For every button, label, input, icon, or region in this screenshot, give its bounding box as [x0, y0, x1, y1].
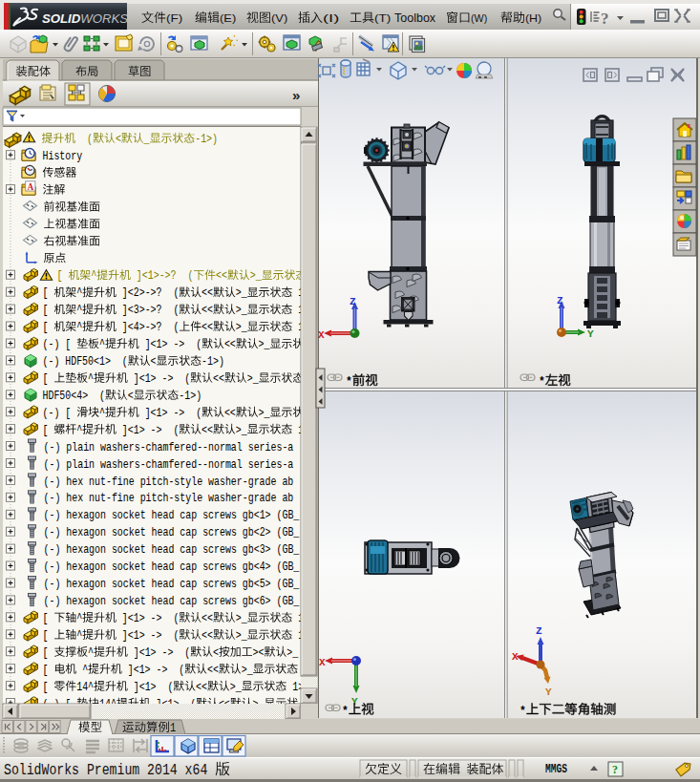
svg-text:(-) plain washers-chamfered--n: (-) plain washers-chamfered--normal seri…: [44, 441, 294, 454]
svg-text:X: X: [319, 657, 326, 668]
svg-text:(V): (V): [271, 12, 287, 24]
svg-text:(-) HDF50<1> (: (-) HDF50<1> (: [43, 355, 128, 369]
svg-text:>_: >_: [250, 269, 263, 283]
svg-text:Toolbox: Toolbox: [394, 11, 436, 25]
svg-text:]<1> -> (: ]<1> -> (: [128, 646, 191, 660]
svg-text:(-) hexagon socket head cap sc: (-) hexagon socket head cap screws gb<2>…: [44, 526, 301, 539]
svg-text:[: [: [43, 304, 54, 317]
svg-text:^: ^: [99, 407, 105, 420]
svg-text:^: ^: [99, 338, 105, 351]
svg-text:^: ^: [76, 664, 88, 677]
svg-text:History: History: [43, 150, 83, 163]
svg-text:>_: >_: [259, 338, 271, 351]
svg-text:^: ^: [76, 629, 82, 643]
svg-text:(-) [: (-) [: [43, 407, 77, 420]
svg-text:(E): (E): [220, 12, 236, 24]
svg-text:(-) hex nut-fine pitch-style w: (-) hex nut-fine pitch-style washer-grad…: [44, 476, 294, 489]
svg-text:]<1> -> (: ]<1> -> (: [117, 629, 179, 643]
svg-text:(-) hexagon socket head cap sc: (-) hexagon socket head cap screws gb<6>…: [44, 595, 301, 608]
svg-text:>_: >_: [247, 372, 260, 386]
svg-text:?: ?: [612, 763, 618, 776]
svg-text:[: [: [43, 664, 54, 677]
svg-text:<: <: [213, 646, 219, 660]
svg-text:>_: >_: [259, 407, 271, 420]
svg-text:Z: Z: [557, 295, 563, 306]
svg-text:(-) [: (-) [: [43, 338, 77, 351]
svg-text:HDF50<4> (: HDF50<4> (: [43, 390, 106, 403]
svg-text:[: [: [43, 681, 54, 694]
svg-text:>_: >_: [236, 629, 248, 643]
svg-text:[: [: [43, 646, 54, 660]
svg-text:SolidWorks Premium 2014 x64: SolidWorks Premium 2014 x64: [4, 762, 215, 779]
svg-text:>_: >_: [242, 664, 254, 677]
svg-text:^: ^: [76, 424, 82, 437]
svg-text:^: ^: [88, 646, 94, 660]
svg-text:<<: <<: [216, 269, 227, 283]
svg-text:<: <: [151, 355, 157, 369]
svg-text:?: ?: [601, 10, 609, 28]
svg-text:*: *: [342, 704, 349, 718]
svg-text:<: <: [116, 133, 121, 146]
svg-text:>_: >_: [236, 321, 248, 334]
svg-text:Z: Z: [536, 625, 542, 637]
svg-text:(T): (T): [374, 12, 391, 24]
svg-text:>_: >_: [236, 286, 248, 300]
svg-text:<: <: [128, 390, 134, 403]
svg-text:(-) hexagon socket head cap sc: (-) hexagon socket head cap screws gb<4>…: [44, 560, 301, 574]
svg-text:*: *: [539, 374, 545, 389]
svg-text:]<1> (: ]<1> (: [128, 681, 174, 694]
svg-text:SOLIDWORKS: SOLIDWORKS: [42, 11, 128, 26]
svg-text:(: (: [75, 133, 93, 146]
svg-text:<<: <<: [202, 321, 213, 334]
svg-text:<<: <<: [202, 304, 213, 317]
svg-text:Z: Z: [350, 296, 356, 307]
svg-text:(I): (I): [323, 12, 339, 24]
svg-text:(H): (H): [525, 12, 541, 24]
svg-text:^: ^: [76, 321, 82, 334]
svg-text:[: [: [43, 612, 54, 625]
svg-text:<<: <<: [202, 612, 213, 625]
svg-text:>_: >_: [236, 304, 248, 317]
svg-text:*: *: [346, 374, 352, 389]
svg-text:X: X: [512, 651, 519, 663]
svg-text:<<: <<: [202, 286, 213, 300]
svg-text:]<1> -> (: ]<1> -> (: [117, 424, 179, 437]
svg-text:X: X: [318, 329, 325, 341]
svg-text:^: ^: [91, 269, 96, 283]
svg-text:^: ^: [76, 304, 82, 317]
svg-text:14^: 14^: [76, 681, 94, 694]
svg-text:]<2>->? (: ]<2>->? (: [117, 286, 179, 300]
svg-text:<<: <<: [202, 424, 213, 437]
svg-text:^: ^: [88, 372, 94, 386]
svg-text:(W): (W): [471, 12, 487, 24]
svg-text:[: [: [43, 424, 54, 437]
svg-text:[: [: [43, 372, 54, 386]
svg-text:-1>): -1>): [195, 133, 218, 146]
svg-text:]<1> -> (: ]<1> -> (: [139, 407, 202, 420]
svg-text:[: [: [57, 269, 69, 283]
svg-text:(-) hexagon socket head cap sc: (-) hexagon socket head cap screws gb<5>…: [44, 578, 301, 591]
svg-text:><: ><: [253, 646, 265, 660]
svg-text:<<: <<: [207, 664, 219, 677]
svg-text:1: 1: [170, 722, 176, 735]
svg-text:<<: <<: [202, 629, 213, 643]
svg-text:]<4>->? (: ]<4>->? (: [117, 321, 179, 334]
svg-text:-1>): -1>): [179, 390, 202, 403]
svg-text:>_: >_: [286, 646, 299, 660]
svg-text:>_: >_: [236, 612, 248, 625]
svg-text:*: *: [520, 704, 526, 718]
svg-text:]<1> -> (: ]<1> -> (: [117, 612, 179, 625]
svg-text:]<3>->? (: ]<3>->? (: [117, 304, 179, 317]
svg-text:_: _: [143, 133, 151, 146]
svg-text:MMGS: MMGS: [545, 763, 567, 776]
svg-text:>_: >_: [230, 681, 243, 694]
svg-text:^: ^: [76, 612, 82, 625]
svg-text:<<: <<: [224, 407, 236, 420]
svg-text:]<1> -> (: ]<1> -> (: [139, 338, 202, 351]
svg-text:<<: <<: [224, 338, 236, 351]
svg-text:Y: Y: [587, 328, 594, 340]
svg-text:»: »: [292, 87, 300, 103]
svg-text:(-) hexagon socket head cap sc: (-) hexagon socket head cap screws gb<1>…: [44, 509, 301, 522]
svg-text:-1>): -1>): [202, 355, 224, 369]
svg-text:]<1> -> (: ]<1> -> (: [122, 664, 185, 677]
